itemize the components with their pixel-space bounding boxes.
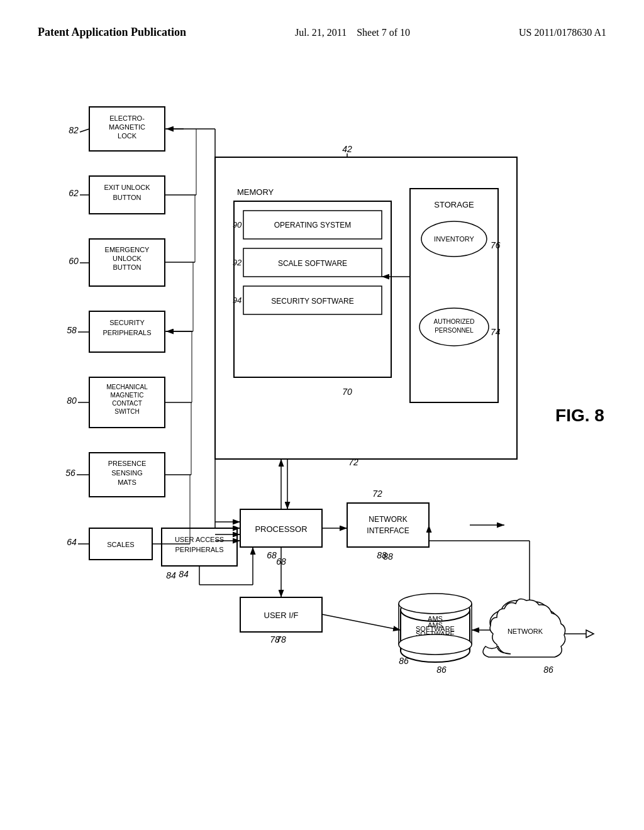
svg-text:FIG. 8: FIG. 8 bbox=[555, 406, 604, 425]
svg-text:PRESENCE: PRESENCE bbox=[108, 460, 147, 467]
svg-text:MATS: MATS bbox=[118, 479, 136, 486]
svg-text:SECURITY: SECURITY bbox=[109, 319, 145, 326]
svg-text:84: 84 bbox=[166, 570, 176, 580]
svg-text:92: 92 bbox=[233, 258, 242, 267]
svg-point-143 bbox=[399, 634, 472, 655]
svg-text:MAGNETIC: MAGNETIC bbox=[111, 392, 144, 399]
svg-text:CONTACT: CONTACT bbox=[112, 400, 142, 407]
diagram-area: ELECTRO- MAGNETIC LOCK 82 EXIT UNLOCK BU… bbox=[25, 88, 619, 805]
svg-text:60: 60 bbox=[69, 256, 79, 266]
svg-text:88: 88 bbox=[383, 551, 393, 562]
svg-text:SCALES: SCALES bbox=[107, 541, 134, 548]
svg-text:UNLOCK: UNLOCK bbox=[113, 255, 142, 262]
svg-text:74: 74 bbox=[491, 327, 501, 337]
patent-diagram: ELECTRO- MAGNETIC LOCK 82 EXIT UNLOCK BU… bbox=[25, 88, 619, 805]
svg-text:SOFTWARE: SOFTWARE bbox=[416, 625, 455, 633]
svg-marker-133 bbox=[586, 630, 594, 638]
svg-text:NETWORK: NETWORK bbox=[369, 515, 407, 524]
svg-text:58: 58 bbox=[67, 325, 77, 335]
svg-text:EXIT UNLOCK: EXIT UNLOCK bbox=[104, 184, 150, 191]
svg-text:USER I/F: USER I/F bbox=[264, 611, 299, 620]
svg-text:86: 86 bbox=[436, 665, 447, 675]
svg-text:PERIPHERALS: PERIPHERALS bbox=[103, 329, 151, 336]
svg-text:68: 68 bbox=[267, 550, 277, 560]
svg-text:SCALE SOFTWARE: SCALE SOFTWARE bbox=[278, 259, 347, 268]
patent-number: US 2011/0178630 A1 bbox=[519, 25, 606, 40]
svg-text:64: 64 bbox=[67, 537, 77, 547]
svg-text:NETWORK: NETWORK bbox=[508, 628, 543, 635]
svg-text:BUTTON: BUTTON bbox=[113, 194, 141, 201]
svg-text:68: 68 bbox=[276, 556, 286, 567]
publication-title: Patent Application Publication bbox=[38, 25, 186, 40]
svg-text:EMERGENCY: EMERGENCY bbox=[105, 246, 150, 253]
svg-text:SECURITY SOFTWARE: SECURITY SOFTWARE bbox=[271, 297, 353, 306]
svg-text:84: 84 bbox=[179, 569, 189, 579]
svg-text:80: 80 bbox=[67, 396, 77, 406]
svg-text:BUTTON: BUTTON bbox=[113, 263, 141, 271]
svg-text:MEMORY: MEMORY bbox=[237, 187, 274, 197]
svg-text:62: 62 bbox=[69, 188, 79, 198]
svg-text:42: 42 bbox=[342, 144, 352, 154]
svg-text:AUTHORIZED: AUTHORIZED bbox=[434, 318, 475, 325]
svg-text:PROCESSOR: PROCESSOR bbox=[255, 524, 307, 534]
svg-text:OPERATING SYSTEM: OPERATING SYSTEM bbox=[274, 221, 351, 230]
svg-rect-66 bbox=[410, 189, 498, 402]
svg-text:AMS: AMS bbox=[428, 615, 443, 622]
page-header: Patent Application Publication Jul. 21, … bbox=[0, 25, 644, 40]
svg-text:72: 72 bbox=[348, 457, 358, 467]
svg-text:MAGNETIC: MAGNETIC bbox=[109, 123, 145, 131]
svg-text:SWITCH: SWITCH bbox=[114, 408, 139, 415]
svg-text:STORAGE: STORAGE bbox=[434, 200, 474, 209]
svg-line-7 bbox=[80, 129, 89, 132]
svg-text:PERIPHERALS: PERIPHERALS bbox=[175, 546, 223, 553]
svg-text:INVENTORY: INVENTORY bbox=[434, 235, 474, 243]
svg-text:PERSONNEL: PERSONNEL bbox=[435, 327, 474, 334]
sheet-info: Sheet 7 of 10 bbox=[357, 27, 410, 38]
svg-text:86: 86 bbox=[399, 656, 409, 666]
svg-text:76: 76 bbox=[491, 240, 501, 250]
svg-text:78: 78 bbox=[276, 634, 286, 645]
svg-text:72: 72 bbox=[372, 489, 382, 499]
svg-text:MECHANICAL: MECHANICAL bbox=[106, 384, 148, 390]
svg-text:INTERFACE: INTERFACE bbox=[367, 526, 409, 535]
svg-point-140 bbox=[399, 594, 472, 614]
svg-text:90: 90 bbox=[233, 220, 242, 230]
svg-text:86: 86 bbox=[543, 665, 553, 675]
svg-text:LOCK: LOCK bbox=[118, 132, 137, 140]
svg-text:94: 94 bbox=[233, 296, 242, 305]
svg-text:USER ACCESS: USER ACCESS bbox=[175, 536, 224, 543]
svg-line-125 bbox=[322, 614, 401, 630]
svg-text:ELECTRO-: ELECTRO- bbox=[109, 114, 145, 122]
svg-text:82: 82 bbox=[69, 125, 79, 135]
svg-text:70: 70 bbox=[342, 387, 352, 397]
publication-date: Jul. 21, 2011 bbox=[295, 27, 347, 38]
header-center: Jul. 21, 2011 Sheet 7 of 10 bbox=[295, 25, 410, 40]
svg-rect-75 bbox=[347, 503, 429, 547]
svg-text:SENSING: SENSING bbox=[111, 469, 143, 477]
svg-text:56: 56 bbox=[65, 468, 75, 478]
